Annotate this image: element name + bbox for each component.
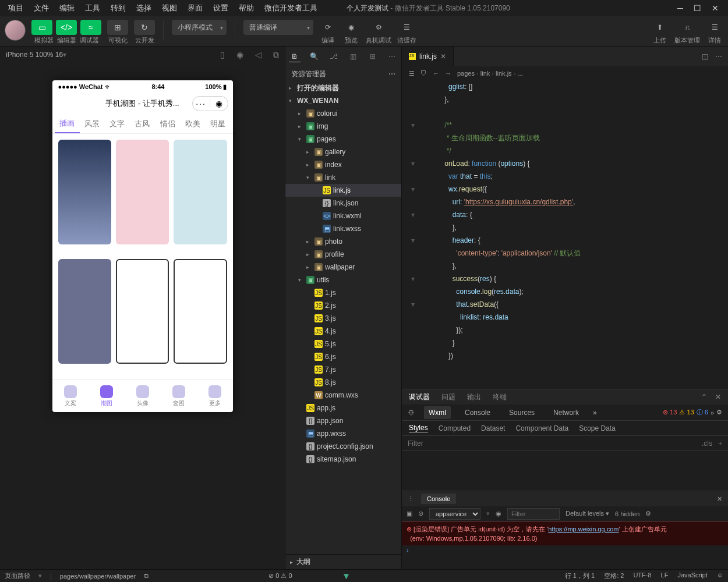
indent-setting[interactable]: 空格: 2 [604,572,624,580]
phone-tabbar-item[interactable]: 更多 [197,380,233,412]
cls-button[interactable]: .cls [702,439,712,448]
status-problems[interactable]: ⊘ 0 ⚠ 0 [268,572,292,580]
menu-item[interactable]: 设置 [208,1,233,16]
encoding[interactable]: UTF-8 [633,572,651,580]
file-tree-item[interactable]: ▾▣pages [285,133,401,146]
feedback-icon[interactable]: ☺ [717,572,723,580]
explorer-git-icon[interactable]: ⎇ [328,51,340,62]
wallpaper-item[interactable] [58,259,111,364]
styles-subtab[interactable]: Styles [409,424,428,432]
wallpaper-item[interactable] [116,259,169,364]
crumb-item[interactable]: link [480,70,490,77]
compile-button[interactable]: ⟳ [319,20,337,35]
file-tree-item[interactable]: JSlink.js [285,184,401,197]
devtools-tab[interactable]: Console [460,406,495,419]
phone-tabbar-item[interactable]: 文案 [52,380,89,412]
nav-back-icon[interactable]: ← [433,70,439,77]
file-tree-item[interactable]: JSapp.js [285,402,401,414]
menu-item[interactable]: 项目 [3,1,28,16]
compile-select[interactable]: 普通编译 [243,20,313,35]
console-close-icon[interactable]: ✕ [717,495,722,503]
menu-item[interactable]: 选择 [132,1,156,16]
nav-fwd-icon[interactable]: → [445,70,451,77]
devtools-more-icon[interactable]: » [711,409,714,416]
editor-more-icon[interactable]: ⋯ [715,52,722,61]
debugger-tab[interactable]: 输出 [467,392,481,402]
wallpaper-item[interactable] [174,140,227,244]
menu-item[interactable]: 工具 [80,1,105,16]
eye-icon[interactable]: ◉ [496,510,501,517]
toggle-icon[interactable]: ☰ [409,70,415,77]
menu-item[interactable]: 编辑 [55,1,79,16]
code-editor[interactable]: ▾ ▾ ▾ ▾ ▾ ▾ ▾ gglist: [] }, /** * 生命周期函数… [402,80,728,389]
sim-back-icon[interactable]: ⧉ [273,50,279,60]
eol[interactable]: LF [661,572,669,580]
phone-tabbar-item[interactable]: 套图 [161,380,197,412]
styles-subtab[interactable]: Dataset [481,424,505,432]
styles-subtab[interactable]: Computed [439,424,471,432]
minimize-icon[interactable]: ─ [677,3,683,13]
file-tree-item[interactable]: JS8.js [285,376,401,389]
device-label[interactable]: iPhone 5 100% 16 [6,51,63,59]
status-page-path[interactable]: pages/wallpaper/wallpaper [60,573,136,580]
styles-filter-input[interactable] [408,439,696,448]
styles-subtab[interactable]: Component Data [515,424,568,432]
console-clear-icon[interactable]: ⊘ [418,510,423,517]
sim-record-icon[interactable]: ◉ [236,50,243,60]
wallpaper-item[interactable] [174,259,227,364]
menu-item[interactable]: 微信开发者工具 [260,1,322,16]
phone-category-tab[interactable]: 风景 [80,114,105,133]
devtools-tab[interactable]: Sources [504,406,539,419]
panel-up-icon[interactable]: ⌃ [701,393,707,401]
menu-item[interactable]: 视图 [157,1,182,16]
levels-select[interactable]: Default levels ▾ [566,510,609,517]
breadcrumb[interactable]: ☰ ⛉ ← → pages › link › link.js › ... [402,66,728,80]
upload-button[interactable]: ⬆ [651,20,669,35]
phone-category-tab[interactable]: 欧美 [180,114,205,133]
console-toggle-icon[interactable]: ⋮ [408,495,414,503]
file-tree-item[interactable]: {}app.json [285,414,401,427]
error-link[interactable]: https://mp.weixin.qq.com [548,526,619,533]
debugger-tab[interactable]: 问题 [441,392,455,402]
menu-item[interactable]: 界面 [183,1,207,16]
explorer-files-icon[interactable]: 🗎 [289,51,301,62]
file-tree-item[interactable]: ▸▣index [285,158,401,171]
file-tree-item[interactable]: ⬒app.wxss [285,427,401,440]
open-editors-header[interactable]: ▸打开的编辑器 [285,81,401,94]
explorer-ext-icon[interactable]: ⊞ [367,51,379,62]
cursor-position[interactable]: 行 1，列 1 [565,572,595,580]
version-button[interactable]: ⎌ [678,20,696,35]
phone-category-tab[interactable]: 明星 [205,114,230,133]
file-tree-item[interactable]: JS4.js [285,325,401,338]
devtools-tab[interactable]: Network [549,406,584,419]
mode-select[interactable]: 小程序模式 [172,20,227,35]
phone-category-tab[interactable]: 古风 [130,114,155,133]
phone-category-tab[interactable]: 情侣 [155,114,180,133]
detail-button[interactable]: ☰ [706,20,723,35]
explorer-debug-icon[interactable]: ▥ [348,51,359,62]
file-tree-item[interactable]: ▸▣photo [285,235,401,248]
explorer-more-icon[interactable]: ⋯ [387,51,398,62]
add-style-icon[interactable]: + [718,439,722,448]
devtools-overflow-icon[interactable]: » [593,409,597,417]
debugger-button[interactable]: ≈ [80,20,101,35]
file-tree-item[interactable]: JS7.js [285,363,401,376]
copy-path-icon[interactable]: ⧉ [144,572,149,580]
phone-tabbar-item[interactable]: 头像 [125,380,161,412]
cloud-button[interactable]: ↻ [134,20,155,35]
phone-tabbar-item[interactable]: 潮图 [89,380,125,412]
styles-subtab[interactable]: Scope Data [579,424,616,432]
menu-item[interactable]: 转到 [106,1,130,16]
language-mode[interactable]: JavaScript [677,572,707,580]
panel-close-icon[interactable]: ✕ [715,393,721,401]
wallpaper-item[interactable] [58,140,111,244]
crumb-item[interactable]: ... [517,70,522,77]
phone-category-tab[interactable]: 文字 [105,114,130,133]
error-count[interactable]: ⊗ 13 [663,409,677,416]
hidden-label[interactable]: 6 hidden [615,510,639,517]
capsule-button[interactable]: ···◉ [192,96,228,111]
context-select[interactable]: appservice [429,508,480,520]
explorer-search-icon[interactable]: 🔍 [309,51,320,62]
file-tree-item[interactable]: ⬒link.wxss [285,222,401,235]
close-tab-icon[interactable]: ✕ [440,52,446,61]
